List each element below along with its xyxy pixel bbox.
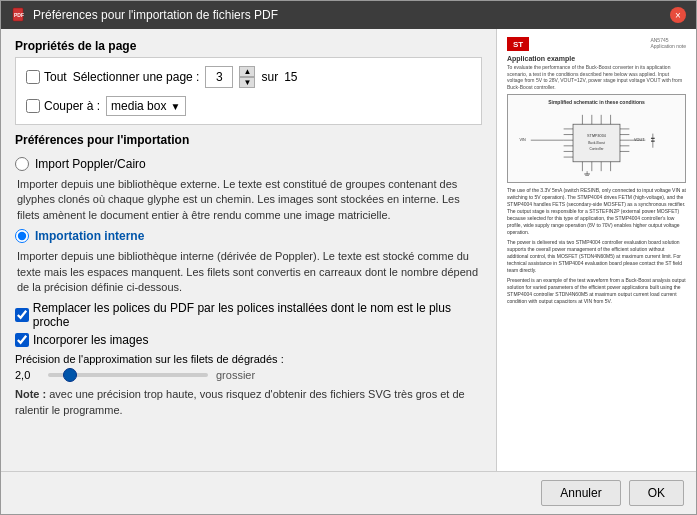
media-box-select[interactable]: media box ▼ (106, 96, 186, 116)
pdf-circuit-box: Simplified schematic in these conditions… (507, 94, 686, 183)
svg-text:Buck-Boost: Buck-Boost (588, 141, 605, 145)
page-properties-title: Propriétés de la page (15, 39, 482, 53)
total-pages: 15 (284, 70, 297, 84)
left-panel: Propriétés de la page Tout Sélectionner … (1, 29, 496, 471)
embed-images-checkbox[interactable] (15, 333, 29, 347)
import-preferences-section: Préférences pour l'importation Import Po… (15, 133, 482, 418)
crop-checkbox[interactable] (26, 99, 40, 113)
pdf-logo-text: ST (513, 40, 523, 49)
circuit-svg: STMP4004 Buck-Boost Controller (512, 108, 681, 178)
import-prefs-title: Préférences pour l'importation (15, 133, 482, 147)
pdf-doc-number: AN5745Application note (650, 37, 686, 49)
poppler-radio-label[interactable]: Import Poppler/Cairo (15, 157, 482, 171)
cancel-button[interactable]: Annuler (541, 480, 620, 506)
page-select-row: Tout Sélectionner une page : ▲ ▼ sur 15 (26, 66, 471, 88)
ok-button[interactable]: OK (629, 480, 684, 506)
replace-fonts-label[interactable]: Remplacer les polices du PDF par les pol… (15, 301, 482, 329)
slider-end-label: grossier (216, 369, 255, 381)
dialog-window: PDF Préférences pour l'importation de fi… (0, 0, 697, 515)
crop-label: Couper à : (44, 99, 100, 113)
page-properties-section: Propriétés de la page Tout Sélectionner … (15, 39, 482, 125)
internal-radio[interactable] (15, 229, 29, 243)
spin-up-button[interactable]: ▲ (239, 66, 255, 77)
pdf-header: ST AN5745Application note (507, 37, 686, 51)
pdf-logo: ST (507, 37, 529, 51)
all-checkbox-label[interactable]: Tout (26, 70, 67, 84)
titlebar-left: PDF Préférences pour l'importation de fi… (11, 7, 278, 23)
page-spinner: ▲ ▼ (239, 66, 255, 88)
note-text: Note : avec une précision trop haute, vo… (15, 387, 482, 418)
svg-text:VIN: VIN (520, 138, 527, 142)
pdf-circuit-image: STMP4004 Buck-Boost Controller (512, 108, 681, 178)
titlebar: PDF Préférences pour l'importation de fi… (1, 1, 696, 29)
checkboxes-section: Remplacer les polices du PDF par les pol… (15, 301, 482, 347)
spin-down-button[interactable]: ▼ (239, 77, 255, 88)
crop-checkbox-label[interactable]: Couper à : (26, 99, 100, 113)
precision-label: Précision de l'approximation sur les fil… (15, 353, 482, 365)
pdf-circuit-title: Simplified schematic in these conditions (512, 99, 681, 105)
embed-images-text: Incorporer les images (33, 333, 148, 347)
poppler-radio[interactable] (15, 157, 29, 171)
dialog-footer: Annuler OK (1, 471, 696, 514)
internal-label: Importation interne (35, 229, 144, 243)
all-label: Tout (44, 70, 67, 84)
poppler-label: Import Poppler/Cairo (35, 157, 146, 171)
right-panel: ST AN5745Application note Application ex… (496, 29, 696, 471)
pdf-intro-text: To evaluate the performance of the Buck-… (507, 64, 686, 90)
crop-row: Couper à : media box ▼ (26, 96, 471, 116)
all-checkbox[interactable] (26, 70, 40, 84)
pdf-preview: ST AN5745Application note Application ex… (499, 29, 694, 471)
slider-row: 2,0 grossier (15, 369, 482, 381)
embed-images-label[interactable]: Incorporer les images (15, 333, 482, 347)
svg-text:Controller: Controller (589, 148, 604, 152)
pdf-body-text-3: Presented is an example of the test wave… (507, 277, 686, 305)
pdf-section-title: Application example (507, 55, 686, 62)
poppler-description: Importer depuis une bibliothèque externe… (15, 177, 482, 223)
close-button[interactable]: × (670, 7, 686, 23)
svg-text:STMP4004: STMP4004 (587, 134, 606, 138)
note-bold: Note : (15, 388, 46, 400)
replace-fonts-text: Remplacer les polices du PDF par les pol… (33, 301, 482, 329)
crop-option-text: media box (111, 99, 166, 113)
precision-section: Précision de l'approximation sur les fil… (15, 353, 482, 381)
precision-slider[interactable] (48, 373, 208, 377)
page-number-input[interactable] (205, 66, 233, 88)
replace-fonts-checkbox[interactable] (15, 308, 29, 322)
slider-value: 2,0 (15, 369, 40, 381)
select-page-label: Sélectionner une page : (73, 70, 200, 84)
of-label: sur (261, 70, 278, 84)
internal-description: Importer depuis une bibliothèque interne… (15, 249, 482, 295)
page-properties-box: Tout Sélectionner une page : ▲ ▼ sur 15 (15, 57, 482, 125)
note-content: avec une précision trop haute, vous risq… (15, 388, 465, 415)
content-area: Propriétés de la page Tout Sélectionner … (1, 29, 696, 471)
svg-text:PDF: PDF (14, 12, 24, 18)
pdf-body-text-1: The use of the 3.3V 5mA (switch RESINB, … (507, 187, 686, 236)
internal-radio-label[interactable]: Importation interne (15, 229, 482, 243)
pdf-icon: PDF (11, 7, 27, 23)
pdf-body-text-2: The power is delivered via two STMP4004 … (507, 239, 686, 274)
select-arrow-icon: ▼ (170, 101, 180, 112)
dialog-title: Préférences pour l'importation de fichie… (33, 8, 278, 22)
